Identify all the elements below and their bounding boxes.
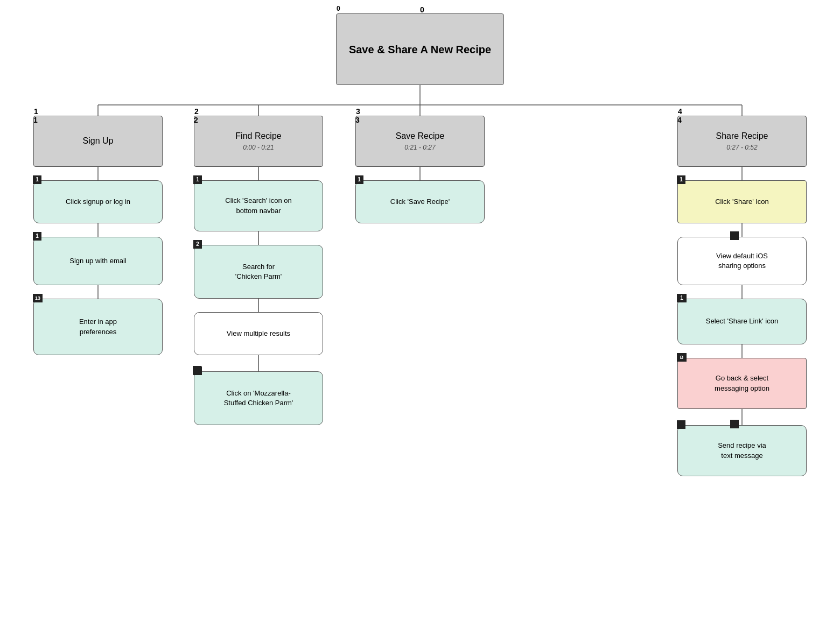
label-1-3: Enter in apppreferences (79, 317, 117, 336)
badge-2-2: 2 (193, 240, 202, 249)
col3-label: Save Recipe (396, 130, 445, 142)
label-4-2: View default iOSsharing options (716, 251, 768, 271)
node-1-2: 1 Sign up with email (33, 237, 163, 285)
badge-4-5-sq (730, 420, 739, 428)
col4-header: 4 Share Recipe 0:27 - 0:52 (677, 116, 807, 167)
node-1-1: 1 Click signup or log in (33, 180, 163, 223)
diagram-container: 0 Save & Share A New Recipe 1 Sign Up 1 … (0, 0, 840, 635)
col1-label: Sign Up (83, 135, 114, 147)
badge-4-1: 1 (677, 175, 685, 184)
badge-4-3: 1 (677, 294, 687, 302)
root-label: Save & Share A New Recipe (349, 42, 491, 57)
node-1-3: 13 Enter in apppreferences (33, 299, 163, 355)
node-2-2: 2 Search for'Chicken Parm' (194, 245, 323, 299)
col3-header: 3 Save Recipe 0:21 - 0:27 (355, 116, 485, 167)
node-4-2: View default iOSsharing options (677, 237, 807, 285)
col2-label: Find Recipe (235, 130, 281, 142)
node-2-4: Click on 'Mozzarella-Stuffed Chicken Par… (194, 371, 323, 425)
node-4-4: B Go back & selectmessaging option (677, 358, 807, 409)
node-2-3: View multiple results (194, 312, 323, 355)
badge-1-1: 1 (33, 175, 41, 184)
label-2-4: Click on 'Mozzarella-Stuffed Chicken Par… (224, 389, 293, 408)
node-3-1: 1 Click 'Save Recipe' (355, 180, 485, 223)
badge-3-1: 1 (355, 175, 363, 184)
label-3-1: Click 'Save Recipe' (390, 197, 450, 207)
node-2-1: 1 Click 'Search' icon onbottom navbar (194, 180, 323, 231)
label-2-3: View multiple results (227, 329, 290, 338)
root-num-label: 0 (420, 5, 424, 14)
root-node: 0 Save & Share A New Recipe (336, 13, 504, 85)
col3-time: 0:21 - 0:27 (404, 143, 435, 152)
col2-time: 0:00 - 0:21 (243, 143, 274, 152)
badge-4-5 (677, 420, 685, 429)
col2-header: 2 Find Recipe 0:00 - 0:21 (194, 116, 323, 167)
node-4-3: 1 Select 'Share Link' icon (677, 299, 807, 344)
badge-1-2: 1 (33, 232, 41, 241)
label-4-4: Go back & selectmessaging option (715, 373, 769, 393)
label-4-5: Send recipe viatext message (718, 441, 766, 460)
root-number: 0 (337, 4, 340, 13)
label-2-1: Click 'Search' icon onbottom navbar (225, 196, 291, 215)
col3-num-label: 3 (355, 116, 360, 124)
label-2-2: Search for'Chicken Parm' (235, 262, 282, 281)
label-1-2: Sign up with email (69, 256, 127, 266)
badge-4-4: B (677, 353, 687, 362)
col4-time: 0:27 - 0:52 (726, 143, 757, 152)
col1-header: 1 Sign Up (33, 116, 163, 167)
label-4-3: Select 'Share Link' icon (706, 316, 778, 326)
col1-num-label: 1 (33, 116, 38, 124)
node-4-5: Send recipe viatext message (677, 425, 807, 476)
badge-1-3: 13 (33, 294, 43, 302)
col4-num-label: 4 (677, 116, 682, 124)
label-1-1: Click signup or log in (66, 197, 130, 207)
badge-2-4-sq (193, 366, 201, 375)
col2-num-label: 2 (194, 116, 198, 124)
label-4-1: Click 'Share' Icon (715, 197, 769, 207)
badge-2-1: 1 (193, 175, 202, 184)
node-4-1: 1 Click 'Share' Icon (677, 180, 807, 223)
col4-label: Share Recipe (716, 130, 768, 142)
badge-4-2-sq (730, 231, 739, 240)
